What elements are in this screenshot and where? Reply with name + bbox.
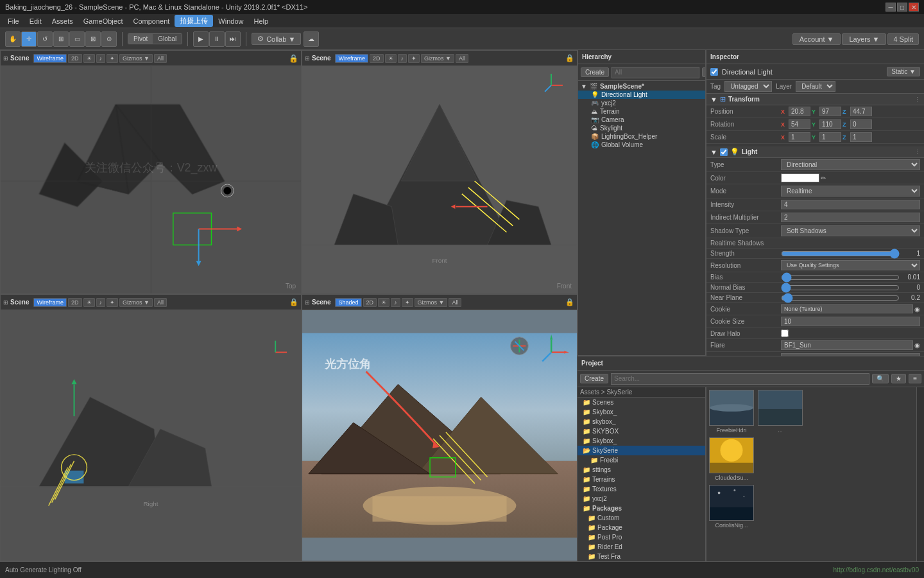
all-btn-bl[interactable]: All (154, 298, 167, 307)
pivot-btn[interactable]: Pivot (128, 34, 153, 44)
rot-z-input[interactable] (850, 119, 872, 129)
proj-folder-packages[interactable]: 📁Packages (578, 504, 705, 513)
color-swatch[interactable] (781, 173, 819, 182)
flare-select-icon[interactable]: ◉ (914, 342, 920, 349)
play-button[interactable]: ▶ (193, 31, 209, 47)
fx-btn-bl[interactable]: ✦ (107, 298, 118, 307)
thumb-4[interactable]: ... (758, 390, 803, 434)
transform-component-header[interactable]: ▼ ⊞ Transform ⋮ (706, 94, 924, 105)
custom-tool[interactable]: ⊙ (101, 31, 117, 47)
gizmos-btn-tr[interactable]: Gizmos ▼ (421, 54, 454, 63)
cookie-select-icon[interactable]: ◉ (914, 306, 920, 313)
scale-tool[interactable]: ⊞ (53, 31, 69, 47)
proj-folder-scenes[interactable]: 📁Scenes (578, 398, 705, 407)
gizmos-btn-br[interactable]: Gizmos ▼ (415, 298, 448, 307)
audio-btn-br[interactable]: ♪ (391, 298, 400, 307)
proj-folder-package[interactable]: 📁Package (578, 523, 705, 532)
audio-btn-tl[interactable]: ♪ (96, 54, 106, 63)
draw-halo-checkbox[interactable] (781, 329, 789, 337)
wireframe-btn-tr[interactable]: Wireframe (335, 54, 368, 63)
proj-folder-rider[interactable]: 📁Rider Ed (578, 542, 705, 552)
gizmos-btn-tl[interactable]: Gizmos ▼ (119, 54, 153, 63)
proj-folder-skyserie[interactable]: 📂SkySerie (578, 446, 705, 455)
menu-help[interactable]: Help (248, 16, 273, 26)
hierarchy-item-terrain[interactable]: ⛰ Terrain (578, 107, 705, 116)
normal-bias-slider[interactable] (781, 285, 900, 291)
scene-body-tl[interactable]: 关注微信公众号：V2_zxw Top (1, 66, 301, 293)
menu-gameobject[interactable]: GameObject (78, 16, 128, 26)
light-btn-tr[interactable]: ☀ (385, 54, 397, 63)
resolution-select[interactable]: Use Quality Settings (781, 260, 920, 270)
menu-file[interactable]: File (3, 16, 24, 26)
layer-select[interactable]: Default (796, 81, 835, 92)
scene-body-tr[interactable]: Front Front (302, 66, 577, 293)
hierarchy-item-skylight[interactable]: 🌤 Skylight (578, 124, 705, 132)
light-mode-select[interactable]: Realtime (781, 186, 920, 197)
proj-folder-testfra[interactable]: 📁Test Fra (578, 552, 705, 561)
global-btn[interactable]: Global (153, 34, 182, 44)
2d-btn-bl[interactable]: 2D (68, 298, 82, 307)
tag-select[interactable]: Untagged (724, 81, 772, 92)
scale-y-input[interactable] (819, 132, 841, 142)
fx-btn-br[interactable]: ✦ (402, 298, 413, 307)
all-btn-tl[interactable]: All (154, 54, 167, 63)
object-enabled-checkbox[interactable] (710, 68, 718, 76)
hierarchy-create-btn[interactable]: Create (581, 67, 609, 77)
pause-button[interactable]: ⏸ (209, 31, 225, 47)
flare-input[interactable] (781, 340, 913, 350)
rot-x-input[interactable] (789, 119, 810, 129)
hierarchy-scene-root[interactable]: ▼ 🎬 SampleScene* (578, 82, 705, 91)
hierarchy-item-directional[interactable]: 💡 Directional Light (578, 91, 705, 99)
shaded-btn-br[interactable]: Shaded (335, 298, 361, 307)
menu-edit[interactable]: Edit (24, 16, 47, 26)
2d-btn-tl[interactable]: 2D (68, 54, 82, 63)
light-component-header[interactable]: ▼ 💡 Light ⋮ (706, 146, 924, 158)
project-scrollbar[interactable] (916, 387, 924, 561)
light-intensity-input[interactable] (781, 200, 920, 209)
proj-folder-postpro[interactable]: 📁Post Pro (578, 532, 705, 542)
cookie-size-input[interactable] (781, 317, 920, 326)
proj-folder-custom[interactable]: 📁Custom (578, 513, 705, 523)
audio-btn-bl[interactable]: ♪ (96, 298, 106, 307)
menu-upload[interactable]: 拍摄上传 (175, 15, 213, 27)
collab-button[interactable]: ⚙ Collab ▼ (252, 33, 301, 45)
account-button[interactable]: Account ▼ (792, 33, 841, 45)
cloud-button[interactable]: ☁ (304, 31, 319, 47)
layers-button[interactable]: Layers ▼ (842, 33, 886, 45)
maximize-button[interactable]: □ (897, 3, 907, 12)
proj-folder-skybox4[interactable]: 📁Skybox_ (578, 436, 705, 446)
step-button[interactable]: ⏭ (225, 31, 241, 47)
light-btn-br[interactable]: ☀ (378, 298, 389, 307)
menu-assets[interactable]: Assets (47, 16, 78, 26)
audio-btn-tr[interactable]: ♪ (398, 54, 407, 63)
gizmos-btn-bl[interactable]: Gizmos ▼ (119, 298, 153, 307)
transform-all-tool[interactable]: ⊠ (85, 31, 101, 47)
cookie-input[interactable] (781, 304, 913, 313)
light-options[interactable]: ⋮ (914, 149, 920, 155)
light-shadow-select[interactable]: Soft Shadows (781, 225, 920, 236)
proj-folder-terrains[interactable]: 📁Terrains (578, 475, 705, 484)
proj-folder-skybox2[interactable]: 📁skybox_ (578, 417, 705, 426)
close-button[interactable]: ✕ (909, 3, 919, 12)
minimize-button[interactable]: ─ (886, 3, 896, 12)
proj-folder-sttings[interactable]: 📁sttings (578, 465, 705, 475)
near-plane-slider[interactable] (781, 295, 900, 301)
thumb-clouded[interactable]: CloudedSu... (709, 437, 754, 481)
all-btn-tr[interactable]: All (456, 54, 468, 63)
hierarchy-search[interactable] (612, 67, 699, 78)
project-create-btn[interactable]: Create (580, 374, 608, 383)
proj-folder-freebi[interactable]: 📁Freebi (578, 455, 705, 465)
pivot-global-toggle[interactable]: Pivot Global (128, 33, 182, 44)
light-btn-tl[interactable]: ☀ (83, 54, 95, 63)
move-tool[interactable]: ✛ (21, 31, 37, 47)
2d-btn-br[interactable]: 2D (363, 298, 377, 307)
pencil-icon[interactable]: ✏ (821, 175, 826, 182)
hierarchy-item-globalvolume[interactable]: 🌐 Global Volume (578, 141, 705, 149)
light-btn-bl[interactable]: ☀ (83, 298, 95, 307)
hierarchy-item-lightingbox[interactable]: 📦 LightingBox_Helper (578, 132, 705, 141)
proj-folder-skybox1[interactable]: 📁Skybox_ (578, 407, 705, 417)
light-enabled-checkbox[interactable] (720, 148, 728, 156)
transform-options[interactable]: ⋮ (914, 96, 920, 103)
proj-folder-textures[interactable]: 📁Textures (578, 484, 705, 494)
scene-body-bl[interactable]: Right (1, 310, 301, 561)
